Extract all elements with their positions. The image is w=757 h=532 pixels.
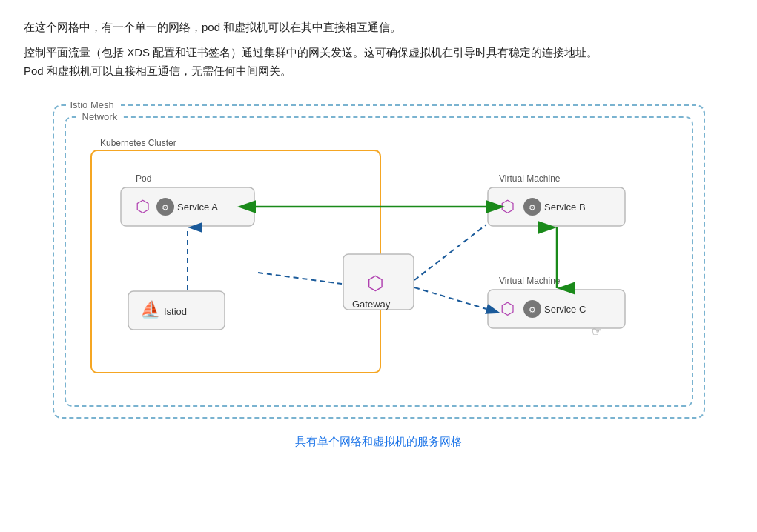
intro-line1: 在这个网格中，有一个单一的网络，pod 和虚拟机可以在其中直接相互通信。 [24,18,733,37]
vm1-label: Virtual Machine [499,173,561,184]
intro-line2: 控制平面流量（包括 XDS 配置和证书签名）通过集群中的网关发送。这可确保虚拟机… [24,46,598,59]
gear-text-service-c: ⚙ [529,305,536,314]
k8s-cluster-label: Kubernetes Cluster [100,138,176,148]
hex-icon-gateway: ⬡ [367,272,384,294]
service-a-label: Service A [177,202,218,213]
diagram-wrapper: Istio Mesh Network Kubernetes Cluster Po… [24,104,733,451]
istio-mesh-box: Istio Mesh Network Kubernetes Cluster Po… [53,104,705,419]
gateway-label: Gateway [352,299,391,310]
service-c-label: Service C [544,304,586,315]
hex-icon-service-a: ⬡ [136,197,150,216]
arrow-pod-gateway-h [258,273,342,284]
istiod-label: Istiod [164,306,187,317]
cursor-icon: ☞ [592,325,602,338]
arrow-gateway-serviceC [414,287,486,309]
pod-label: Pod [136,173,151,184]
network-label: Network [78,109,122,125]
hex-icon-service-b: ⬡ [500,197,515,216]
service-b-label: Service B [544,202,586,213]
diagram-svg-area: Kubernetes Cluster Pod ⬡ ⚙ Service A [76,128,705,395]
network-box: Network Kubernetes Cluster Pod ⬡ ⚙ [65,116,693,407]
gear-text-service-b: ⚙ [529,203,536,212]
sail-icon: ⛵ [140,299,161,319]
k8s-cluster-border [91,150,380,373]
gear-text-service-a: ⚙ [162,203,169,212]
intro-line3: Pod 和虚拟机可以直接相互通信，无需任何中间网关。 [24,64,291,77]
intro-line2-3: 控制平面流量（包括 XDS 配置和证书签名）通过集群中的网关发送。这可确保虚拟机… [24,43,733,81]
hex-icon-service-c: ⬡ [500,299,515,318]
diagram-caption: 具有单个网络和虚拟机的服务网格 [295,432,462,451]
arrow-gateway-serviceB [414,225,486,280]
vm2-label: Virtual Machine [499,276,561,286]
